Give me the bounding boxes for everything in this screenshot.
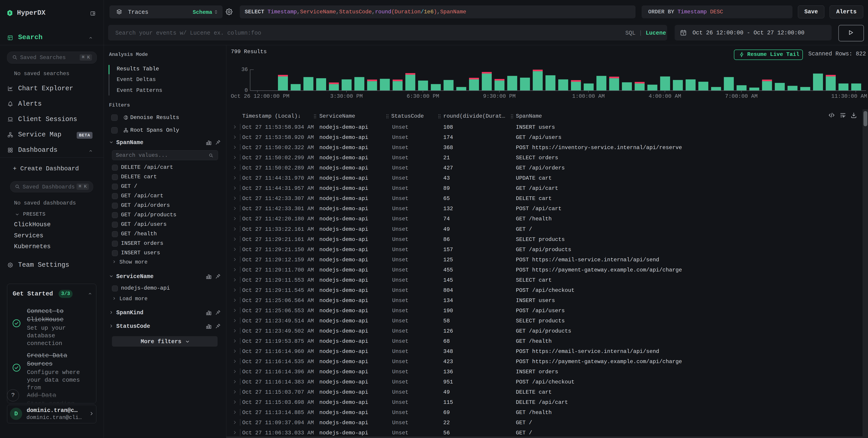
svg-text:4:00:00 AM: 4:00:00 AM bbox=[649, 93, 681, 99]
svg-text:0: 0 bbox=[245, 87, 248, 93]
svg-text:1:00:00 AM: 1:00:00 AM bbox=[572, 93, 605, 99]
svg-text:Oct 26 12:00:00 PM: Oct 26 12:00:00 PM bbox=[231, 93, 289, 99]
svg-text:6:30:00 PM: 6:30:00 PM bbox=[407, 93, 439, 99]
svg-text:7:00:00 AM: 7:00:00 AM bbox=[725, 93, 757, 99]
svg-text:9:30:00 PM: 9:30:00 PM bbox=[483, 93, 516, 99]
svg-text:3:30:00 PM: 3:30:00 PM bbox=[330, 93, 363, 99]
svg-text:11:30:00 AM: 11:30:00 AM bbox=[831, 93, 867, 99]
svg-text:36: 36 bbox=[241, 66, 248, 72]
